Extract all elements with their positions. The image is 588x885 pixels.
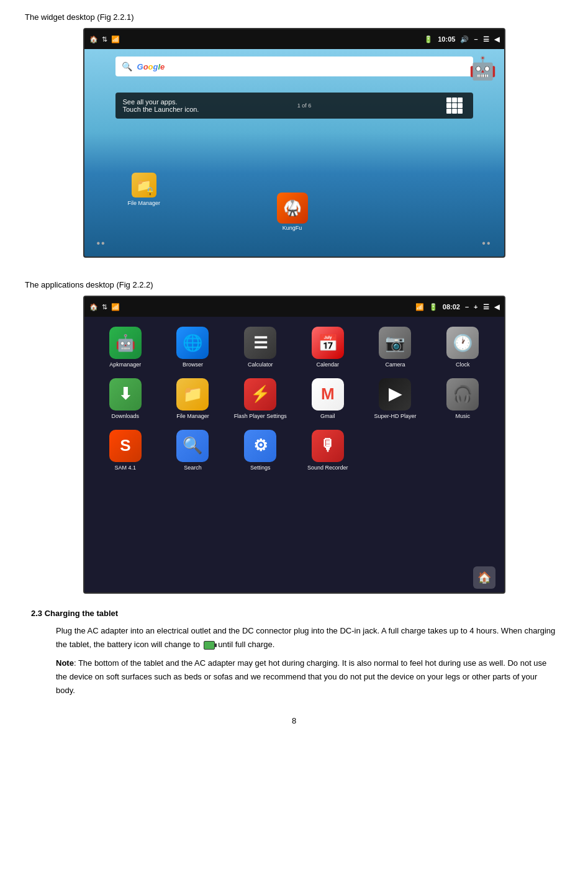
note-text: : The bottom of the tablet and the AC ad… [56, 658, 546, 695]
app-body: 🤖Apkmanager🌐Browser☰Calculator📅Calendar📷… [84, 317, 504, 592]
app-label-apkmanager: Apkmanager [109, 361, 141, 368]
app-icon-gmail: M [312, 378, 344, 411]
app-desktop-screen: 🏠 ⇅ 📶 📶 🔋 08:02 – + ☰ ◀ 🤖Apkmanager🌐Brow… [83, 296, 505, 594]
app-icon-downloads: ⬇ [109, 378, 142, 411]
app-status-right-info: 📶 🔋 08:02 – + ☰ ◀ [415, 303, 499, 311]
charging-para1: Plug the AC adapter into an electrical o… [56, 624, 557, 651]
google-logo: Google [137, 62, 165, 71]
app-icon-filemanager: 📁 [176, 378, 209, 411]
app-vol-up-icon: + [474, 303, 477, 311]
app-icon-calculator: ☰ [244, 327, 276, 359]
app-label-flash: Flash Player Settings [234, 413, 287, 420]
volume-up-icon: 🔊 [460, 35, 469, 43]
nav-dots-left: •• [97, 238, 106, 249]
app-icon-superhd: ▶ [379, 378, 411, 411]
app-icon-sam: S [109, 430, 142, 462]
app-label-filemanager: File Manager [176, 413, 209, 420]
app-item-music[interactable]: 🎧Music [430, 374, 495, 424]
app-label-search: Search [184, 465, 202, 471]
app-item-clock[interactable]: 🕐Clock [430, 323, 495, 372]
app-label-superhd: Super-HD Player [374, 413, 416, 420]
app-item-soundrecorder[interactable]: 🎙Sound Recorder [295, 426, 360, 475]
app-menu-icon: ☰ [483, 303, 489, 311]
app-icon-camera: 📷 [379, 327, 411, 359]
app-item-settings[interactable]: ⚙Settings [228, 426, 293, 475]
app-label-calculator: Calculator [248, 361, 273, 368]
app-grid: 🤖Apkmanager🌐Browser☰Calculator📅Calendar📷… [84, 317, 504, 481]
app-item-calculator[interactable]: ☰Calculator [228, 323, 293, 372]
app-label-browser: Browser [183, 361, 203, 368]
app-icon-music: 🎧 [446, 378, 479, 411]
app-icon-settings: ⚙ [244, 430, 276, 462]
note-label: Note [56, 658, 74, 668]
file-manager-widget-label: File Manager [128, 200, 161, 207]
widget-status-bar: 🏠 ⇅ 📶 🔋 10:05 🔊 – ☰ ◀ [84, 29, 504, 49]
status-left-icons: 🏠 ⇅ 📶 [89, 35, 120, 43]
app-icon-calendar: 📅 [312, 327, 344, 359]
page-indicator: 1 of 6 [297, 102, 312, 109]
kungfu-icon: 🥋 [277, 193, 308, 224]
kungfu-widget-label: KungFu [283, 225, 302, 232]
app-item-apkmanager[interactable]: 🤖Apkmanager [93, 323, 158, 372]
google-search-bar[interactable]: 🔍 Google [115, 57, 473, 76]
battery-icon: 🔋 [424, 35, 433, 43]
app-item-camera[interactable]: 📷Camera [363, 323, 428, 372]
file-manager-icon: 📁 [132, 173, 156, 197]
launcher-grid-icon [446, 98, 465, 114]
app-label-clock: Clock [456, 361, 470, 368]
time-display: 10:05 [438, 35, 455, 43]
app-label-gmail: Gmail [320, 413, 335, 420]
home-button-area: 🏠 [473, 566, 495, 589]
app-item-filemanager[interactable]: 📁File Manager [160, 374, 225, 424]
signal-icon: 📶 [111, 35, 120, 43]
app-status-bar: 🏠 ⇅ 📶 📶 🔋 08:02 – + ☰ ◀ [84, 297, 504, 317]
app-item-gmail[interactable]: MGmail [295, 374, 360, 424]
app-label-calendar: Calendar [317, 361, 340, 368]
home-button[interactable]: 🏠 [473, 566, 495, 589]
app-battery-icon: 🔋 [429, 303, 438, 311]
launcher-tip-text: See all your apps. Touch the Launcher ic… [123, 98, 199, 113]
app-item-downloads[interactable]: ⬇Downloads [93, 374, 158, 424]
android-robot-icon: 🤖 [469, 55, 497, 81]
launcher-tip-banner: See all your apps. Touch the Launcher ic… [115, 93, 473, 119]
app-icon-clock: 🕐 [446, 327, 479, 359]
home-icon: 🏠 [89, 35, 98, 43]
file-manager-widget[interactable]: 📁 File Manager [128, 173, 161, 207]
app-usb-icon: ⇅ [102, 303, 107, 311]
usb-icon: ⇅ [102, 35, 107, 43]
fig2-caption: The applications desktop (Fig 2.2.2) [25, 280, 563, 289]
app-wifi-icon: 📶 [415, 303, 424, 311]
app-icon-soundrecorder: 🎙 [312, 430, 344, 462]
search-magnifier-icon: 🔍 [122, 61, 132, 71]
charging-title: 2.3 Charging the tablet [31, 609, 557, 618]
app-label-music: Music [455, 413, 470, 420]
charging-para1-end: until full charge. [218, 640, 274, 649]
app-vol-down-icon: – [465, 303, 469, 311]
app-home-icon: 🏠 [89, 303, 98, 311]
app-icon-apkmanager: 🤖 [109, 327, 142, 359]
app-item-calendar[interactable]: 📅Calendar [295, 323, 360, 372]
app-item-superhd[interactable]: ▶Super-HD Player [363, 374, 428, 424]
back-icon: ◀ [494, 35, 499, 43]
charging-para1-text: Plug the AC adapter into an electrical o… [56, 626, 555, 649]
widget-body: 🔍 Google See all your apps. Touch the La… [84, 49, 504, 256]
app-signal-icon: 📶 [111, 303, 120, 311]
app-item-flash[interactable]: ⚡Flash Player Settings [228, 374, 293, 424]
app-icon-search: 🔍 [176, 430, 209, 462]
app-icon-flash: ⚡ [244, 378, 276, 411]
menu-icon: ☰ [483, 35, 489, 43]
widget-desktop-screen: 🏠 ⇅ 📶 🔋 10:05 🔊 – ☰ ◀ 🔍 Google See all y… [83, 28, 505, 258]
kungfu-widget[interactable]: 🥋 KungFu [277, 193, 308, 232]
app-item-browser[interactable]: 🌐Browser [160, 323, 225, 372]
app-status-left-icons: 🏠 ⇅ 📶 [89, 303, 120, 311]
charging-note: Note: The bottom of the tablet and the A… [56, 656, 557, 697]
status-right-info: 🔋 10:05 🔊 – ☰ ◀ [424, 35, 499, 43]
app-back-icon: ◀ [494, 303, 499, 311]
app-item-search[interactable]: 🔍Search [160, 426, 225, 475]
app-icon-browser: 🌐 [176, 327, 209, 359]
app-time-display: 08:02 [443, 303, 460, 311]
launcher-tip-line2: Touch the Launcher icon. [123, 106, 199, 113]
app-label-sam: SAM 4.1 [115, 465, 137, 471]
app-item-sam[interactable]: SSAM 4.1 [93, 426, 158, 475]
nav-dots-right: •• [482, 238, 491, 249]
